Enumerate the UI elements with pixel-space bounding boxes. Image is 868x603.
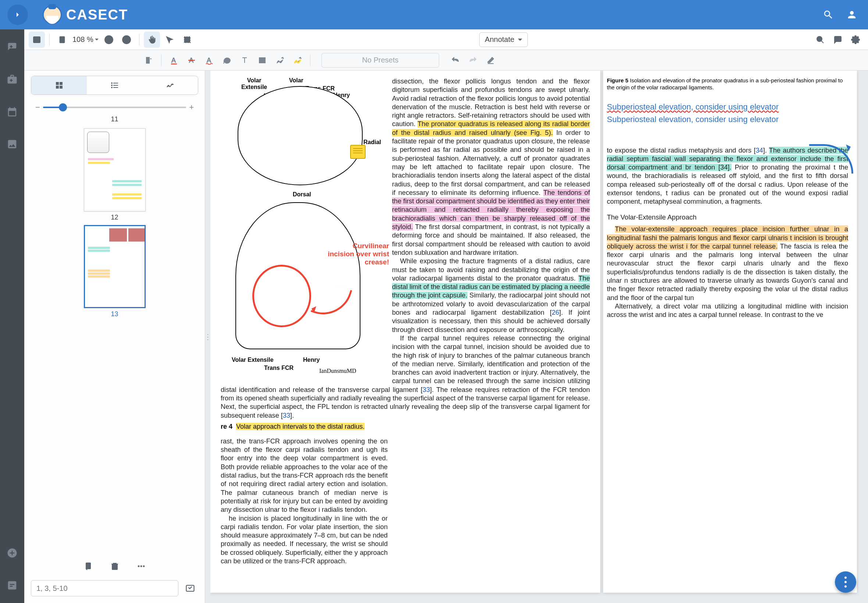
highlighter-button[interactable] (289, 52, 306, 68)
pdf-page-left: Volar Volar Extensile Trans FCR Henry Ra… (210, 71, 600, 593)
select-tool-button[interactable] (161, 32, 178, 48)
thumbnail-label: 12 (111, 213, 118, 221)
svg-line-12 (821, 41, 823, 43)
figure-caption: Figure 5 Isolation and elevation of the … (607, 77, 848, 91)
thumb-more-button[interactable] (133, 558, 149, 574)
view-mode-button[interactable] (54, 32, 70, 48)
comments-button[interactable] (830, 32, 846, 48)
thumbnail-page-13[interactable]: 13 (24, 225, 205, 318)
svg-text:A: A (207, 57, 211, 64)
app-logo: CASECT (43, 5, 128, 24)
rail-calendar-icon[interactable] (3, 103, 21, 121)
svg-rect-10 (184, 37, 190, 43)
note-button[interactable] (219, 52, 235, 68)
freetext-annotation[interactable]: Curvilinear incision over wrist crease! (326, 242, 389, 266)
page-range-input[interactable] (31, 580, 178, 596)
doc-search-button[interactable] (812, 32, 828, 48)
redo-button[interactable] (465, 52, 481, 68)
svg-point-4 (61, 39, 63, 41)
svg-rect-24 (56, 82, 59, 85)
zoom-dropdown[interactable]: 108 % (72, 35, 99, 44)
freetext-annotation[interactable]: Subperiosteal elevation, consider using … (607, 115, 848, 124)
app-title: CASECT (66, 7, 128, 23)
svg-point-31 (111, 83, 112, 83)
pdf-page-right: Figure 5 Isolation and elevation of the … (603, 71, 857, 593)
rail-add-note-icon[interactable] (3, 38, 21, 56)
tab-thumbnails[interactable] (31, 76, 87, 94)
tab-signatures[interactable] (142, 76, 198, 94)
zoom-in-button[interactable] (118, 32, 135, 48)
svg-text:A: A (172, 57, 176, 64)
freehand-button[interactable] (272, 52, 288, 68)
panel-splitter[interactable] (205, 71, 210, 603)
viewer-toolbar-annotate: A A A No Presets (24, 50, 868, 71)
rail-add-icon[interactable] (3, 544, 21, 562)
pan-tool-button[interactable] (144, 32, 160, 48)
search-button[interactable] (820, 6, 837, 23)
thumbnail-panel: − + 11 (24, 71, 205, 603)
anatomy-figure: Volar Volar Extensile Trans FCR Henry Ra… (221, 77, 388, 379)
panel-toggle-button[interactable] (29, 32, 45, 48)
annotate-dropdown[interactable]: Annotate (479, 32, 528, 47)
thumbnail-page-12[interactable]: 12 (24, 128, 205, 221)
undo-button[interactable] (447, 52, 463, 68)
settings-button[interactable] (847, 32, 863, 48)
preset-select[interactable]: No Presets (322, 53, 439, 68)
svg-rect-26 (56, 86, 59, 89)
freetext-annotation-wavy[interactable]: Subperiosteal elevation, consider using … (607, 102, 848, 112)
svg-point-39 (141, 566, 142, 567)
minus-icon: − (32, 103, 43, 112)
svg-point-38 (138, 566, 139, 567)
freetext-button[interactable] (237, 52, 253, 68)
thumbnail-label-11: 11 (24, 116, 205, 123)
marquee-tool-button[interactable] (179, 32, 195, 48)
svg-rect-1 (34, 37, 40, 43)
freehand-arrow-annotation[interactable] (809, 144, 853, 173)
account-button[interactable] (843, 6, 861, 23)
sidebar-toggle-button[interactable] (7, 5, 28, 25)
tab-outline[interactable] (87, 76, 142, 94)
strikethrough-button[interactable]: A (184, 52, 200, 68)
sticky-note-annotation[interactable] (350, 145, 365, 159)
page-range-go-button[interactable] (182, 580, 198, 596)
underline-button[interactable]: A (166, 52, 182, 68)
svg-point-33 (111, 87, 112, 88)
svg-rect-23 (259, 58, 265, 63)
svg-rect-35 (112, 564, 117, 569)
floating-action-button[interactable] (835, 571, 856, 593)
svg-point-32 (111, 85, 112, 86)
eraser-button[interactable] (483, 52, 499, 68)
thumbnail-label: 13 (111, 310, 118, 318)
doctor-icon (43, 5, 62, 24)
freehand-circle-annotation[interactable] (252, 265, 311, 327)
document-viewport[interactable]: Volar Volar Extensile Trans FCR Henry Ra… (210, 71, 868, 603)
text-highlight-button[interactable] (141, 52, 157, 68)
thumbnail-tabs (31, 76, 198, 95)
plus-icon: + (186, 103, 197, 112)
left-rail (0, 29, 24, 603)
rail-notes-icon[interactable] (3, 577, 21, 594)
thumb-rotate-button[interactable] (80, 558, 96, 574)
thumb-delete-button[interactable] (107, 558, 123, 574)
svg-point-11 (817, 36, 822, 42)
figure-caption: re 4 Volar approach intervals to the dis… (221, 423, 590, 431)
highlight-annotation[interactable]: Volar approach intervals to the distal r… (236, 423, 365, 430)
svg-point-40 (143, 566, 145, 567)
thumbnail-size-slider[interactable]: − + (32, 103, 197, 112)
rail-briefcase-icon[interactable] (3, 71, 21, 88)
squiggly-button[interactable]: A (201, 52, 217, 68)
svg-rect-27 (60, 86, 62, 89)
zoom-out-button[interactable] (101, 32, 117, 48)
rectangle-button[interactable] (254, 52, 270, 68)
viewer-toolbar-primary: 108 % Annotate (24, 29, 868, 50)
svg-rect-25 (60, 82, 62, 85)
rail-image-icon[interactable] (3, 135, 21, 153)
